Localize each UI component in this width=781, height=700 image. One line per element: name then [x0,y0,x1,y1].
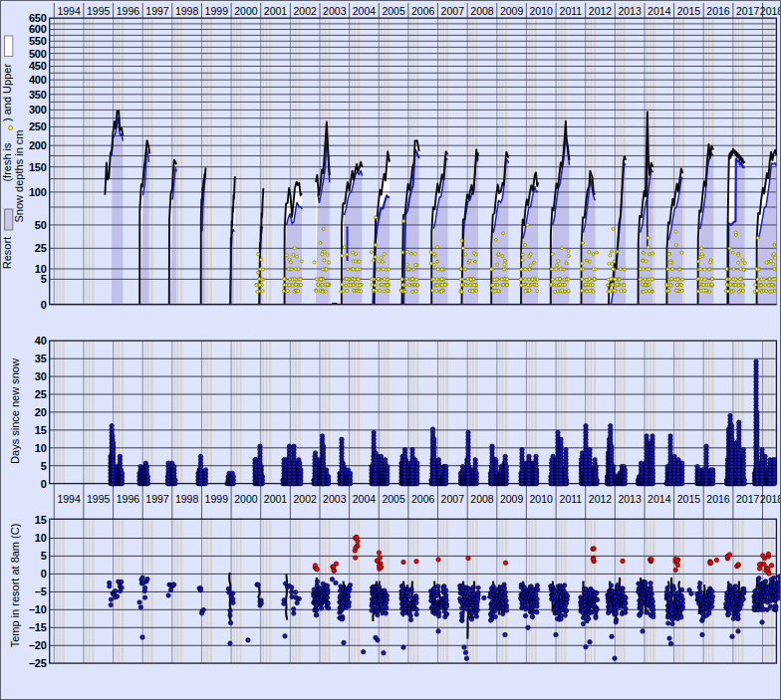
svg-text:250: 250 [29,120,47,132]
svg-text:1999: 1999 [205,5,229,17]
svg-text:650: 650 [29,12,47,24]
svg-text:1997: 1997 [145,493,169,505]
svg-text:Days since new snow: Days since new snow [9,358,21,464]
svg-text:35: 35 [35,352,47,364]
svg-text:450: 450 [29,60,47,72]
svg-text:2000: 2000 [234,5,258,17]
svg-text:5: 5 [41,550,47,562]
svg-text:50: 50 [35,219,47,231]
svg-text:0: 0 [41,478,47,490]
svg-text:2004: 2004 [353,5,377,17]
svg-text:2014: 2014 [648,5,671,17]
svg-text:Snow depths in cm: Snow depths in cm [13,130,25,223]
svg-text:2012: 2012 [589,5,613,17]
svg-text:550: 550 [29,35,47,47]
svg-text:2009: 2009 [500,5,524,17]
svg-text:15: 15 [35,514,47,526]
svg-text:1998: 1998 [175,493,199,505]
svg-text:2008: 2008 [470,493,494,505]
svg-text:2003: 2003 [323,493,347,505]
svg-text:10: 10 [35,532,47,544]
svg-text:2011: 2011 [560,5,583,17]
svg-text:2014: 2014 [648,493,671,505]
svg-text:150: 150 [29,161,47,173]
svg-text:5: 5 [41,273,47,285]
svg-text:2017: 2017 [736,5,760,17]
svg-text:2009: 2009 [500,493,524,505]
svg-text:2013: 2013 [618,493,642,505]
svg-text:–5: –5 [35,585,47,597]
svg-text:2010: 2010 [530,5,554,17]
svg-text:2000: 2000 [234,493,258,505]
svg-text:1994: 1994 [57,493,81,505]
svg-text:10: 10 [35,263,47,275]
svg-text:2006: 2006 [411,5,435,17]
svg-text:300: 300 [29,104,47,116]
svg-text:1996: 1996 [117,5,140,17]
svg-text:2017: 2017 [736,493,760,505]
svg-text:1996: 1996 [117,493,140,505]
svg-text:40: 40 [35,335,47,347]
svg-text:2010: 2010 [530,493,554,505]
svg-text:1994: 1994 [57,5,81,17]
svg-text:500: 500 [29,48,47,60]
svg-text:2007: 2007 [441,5,465,17]
svg-text:1997: 1997 [145,5,169,17]
svg-text:2005: 2005 [382,493,405,505]
svg-text:(fresh is: (fresh is [1,142,13,182]
svg-text:2018: 2018 [760,493,781,505]
svg-text:600: 600 [29,23,47,35]
svg-text:1995: 1995 [87,5,111,17]
svg-text:25: 25 [35,388,47,400]
svg-text:350: 350 [29,89,47,101]
svg-text:400: 400 [29,74,47,86]
svg-text:2015: 2015 [677,493,701,505]
svg-text:2016: 2016 [706,493,730,505]
svg-text:–25: –25 [29,657,47,669]
svg-text:1999: 1999 [205,493,229,505]
svg-text:2008: 2008 [470,5,494,17]
svg-text:1995: 1995 [87,493,111,505]
svg-text:2002: 2002 [294,493,318,505]
svg-text:15: 15 [35,424,47,436]
svg-text:1998: 1998 [175,5,199,17]
svg-text:30: 30 [35,370,47,382]
svg-text:2003: 2003 [323,5,347,17]
svg-text:2004: 2004 [353,493,377,505]
svg-text:2001: 2001 [264,5,288,17]
svg-text:2011: 2011 [560,493,583,505]
svg-text:25: 25 [35,242,47,254]
svg-text:100: 100 [29,186,47,198]
svg-text:2006: 2006 [411,493,435,505]
svg-text:2007: 2007 [441,493,465,505]
svg-text:) and Upper: ) and Upper [1,64,13,121]
svg-text:2013: 2013 [618,5,642,17]
svg-text:–20: –20 [29,639,47,651]
svg-text:0: 0 [41,299,47,311]
svg-text:2002: 2002 [294,5,318,17]
svg-text:Resort: Resort [1,237,13,269]
svg-text:20: 20 [35,406,47,418]
svg-text:2018: 2018 [760,5,781,17]
svg-text:2012: 2012 [589,493,613,505]
svg-text:2015: 2015 [677,5,701,17]
svg-text:200: 200 [29,139,47,151]
svg-text:–15: –15 [29,621,47,633]
svg-text:10: 10 [35,442,47,454]
svg-text:Temp in resort at 8am (C): Temp in resort at 8am (C) [9,524,21,648]
svg-text:2016: 2016 [706,5,730,17]
svg-text:–10: –10 [29,603,47,615]
svg-text:0: 0 [41,568,47,580]
svg-text:2005: 2005 [382,5,405,17]
svg-text:5: 5 [41,460,47,472]
svg-text:2001: 2001 [264,493,288,505]
